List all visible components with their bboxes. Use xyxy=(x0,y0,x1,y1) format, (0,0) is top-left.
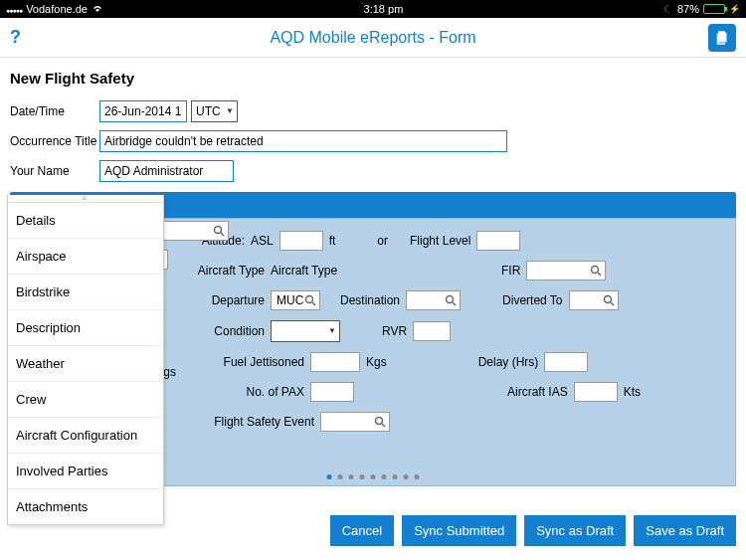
search-icon xyxy=(304,294,316,306)
svg-line-3 xyxy=(312,302,315,305)
name-input[interactable] xyxy=(99,160,234,182)
fir-label: FIR xyxy=(501,264,520,278)
svg-line-1 xyxy=(598,273,601,276)
search-icon xyxy=(603,294,615,306)
sync-submitted-button[interactable]: Sync Submitted xyxy=(402,515,516,546)
sidebar-item-description[interactable]: Description xyxy=(8,310,163,346)
search-icon xyxy=(213,225,225,237)
sidebar-item-attachments[interactable]: Attachments xyxy=(8,489,163,524)
departure-lookup[interactable] xyxy=(271,290,320,310)
diverted-label: Diverted To xyxy=(502,293,562,307)
search-icon xyxy=(445,294,457,306)
section-sidebar: ≡ Details Airspace Birdstrike Descriptio… xyxy=(7,195,164,525)
signal-dots-icon xyxy=(6,3,22,15)
save-draft-button[interactable]: Save as Draft xyxy=(634,515,736,546)
wifi-icon xyxy=(92,3,103,15)
documents-button[interactable] xyxy=(708,24,736,52)
pagination-dots xyxy=(327,474,420,479)
pax-label: No. of PAX xyxy=(195,385,304,399)
ft-label: ft xyxy=(329,234,336,248)
datetime-label: Date/Time xyxy=(10,104,99,118)
ias-input[interactable] xyxy=(574,382,618,402)
moon-icon: ☾ xyxy=(663,3,673,16)
svg-point-2 xyxy=(306,296,313,303)
search-icon xyxy=(590,265,602,277)
cancel-button[interactable]: Cancel xyxy=(330,515,394,546)
rvr-label: RVR xyxy=(382,324,407,338)
condition-label: Condition xyxy=(195,324,265,338)
svg-line-11 xyxy=(221,233,224,236)
fse-lookup[interactable] xyxy=(320,412,390,432)
occurrence-input[interactable] xyxy=(99,130,507,152)
fuel-jettisoned-input[interactable] xyxy=(310,352,360,372)
svg-line-5 xyxy=(453,302,456,305)
rvr-input[interactable] xyxy=(413,321,451,341)
dot[interactable] xyxy=(338,474,343,479)
sidebar-item-involved-parties[interactable]: Involved Parties xyxy=(8,454,163,489)
svg-line-9 xyxy=(382,424,385,427)
sidebar-item-birdstrike[interactable]: Birdstrike xyxy=(8,275,163,310)
flight-level-input[interactable] xyxy=(476,231,520,251)
kgs-label: Kgs xyxy=(366,355,387,369)
clock: 3:18 pm xyxy=(364,3,404,15)
asl-input[interactable] xyxy=(280,231,323,251)
kts-label: Kts xyxy=(624,385,641,399)
diverted-lookup[interactable] xyxy=(569,290,619,310)
name-label: Your Name xyxy=(10,164,99,178)
aircraft-type-value: Aircraft Type xyxy=(271,264,370,278)
condition-select[interactable] xyxy=(271,320,340,342)
pax-input[interactable] xyxy=(310,382,354,402)
dot[interactable] xyxy=(371,474,376,479)
dot[interactable] xyxy=(382,474,387,479)
sidebar-item-details[interactable]: Details xyxy=(8,203,163,239)
destination-label: Destination xyxy=(340,293,400,307)
svg-point-10 xyxy=(215,227,222,234)
departure-label: Departure xyxy=(195,293,265,307)
sidebar-item-airspace[interactable]: Airspace xyxy=(8,239,163,275)
datetime-input[interactable] xyxy=(99,100,187,122)
fuel-jettisoned-label: Fuel Jettisoned xyxy=(195,355,304,369)
svg-point-8 xyxy=(376,418,383,425)
battery-pct: 87% xyxy=(677,3,699,15)
bottom-bar: Cancel Sync Submitted Sync as Draft Save… xyxy=(330,515,736,546)
delay-label: Delay (Hrs) xyxy=(478,355,539,369)
or-label: or xyxy=(377,234,388,248)
destination-lookup[interactable] xyxy=(406,290,461,310)
asl-label: ASL xyxy=(251,234,274,248)
dot[interactable] xyxy=(349,474,354,479)
sync-draft-button[interactable]: Sync as Draft xyxy=(524,515,626,546)
charging-icon: ⚡ xyxy=(729,4,740,14)
occurrence-label: Occurrence Title xyxy=(10,134,99,148)
carrier-label: Vodafone.de xyxy=(26,3,88,15)
sidebar-item-weather[interactable]: Weather xyxy=(8,346,163,382)
aircraft-type-label: Aircraft Type xyxy=(195,264,265,278)
title-bar: ? AQD Mobile eReports - Form xyxy=(0,18,746,58)
app-title: AQD Mobile eReports - Form xyxy=(270,29,475,47)
timezone-select[interactable]: UTC xyxy=(191,100,238,122)
dot[interactable] xyxy=(393,474,398,479)
sidebar-item-crew[interactable]: Crew xyxy=(8,382,163,418)
status-bar: Vodafone.de 3:18 pm ☾ 87% ⚡ xyxy=(0,0,746,18)
fse-label: Flight Safety Event xyxy=(195,415,314,429)
svg-point-6 xyxy=(604,296,611,303)
fir-lookup[interactable] xyxy=(526,261,606,280)
svg-point-4 xyxy=(447,296,454,303)
ias-label: Aircraft IAS xyxy=(507,385,568,399)
help-button[interactable]: ? xyxy=(10,27,21,48)
svg-line-7 xyxy=(611,302,614,305)
delay-input[interactable] xyxy=(544,352,588,372)
drag-handle-icon[interactable]: ≡ xyxy=(8,195,163,203)
page-title: New Flight Safety xyxy=(10,70,736,87)
flight-level-label: Flight Level xyxy=(410,234,470,248)
battery-icon xyxy=(703,4,725,14)
dot[interactable] xyxy=(360,474,365,479)
hidden-lookup[interactable] xyxy=(159,221,229,241)
dot[interactable] xyxy=(404,474,409,479)
svg-point-0 xyxy=(592,267,599,274)
search-icon xyxy=(374,416,386,428)
dot[interactable] xyxy=(415,474,420,479)
sidebar-item-aircraft-config[interactable]: Aircraft Configuration xyxy=(8,418,163,454)
dot[interactable] xyxy=(327,474,332,479)
